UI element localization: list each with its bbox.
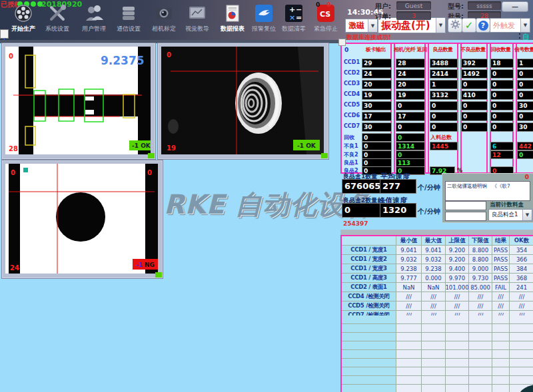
- cell-result: PASS: [492, 255, 510, 264]
- cell-ok-count: 354: [510, 246, 533, 255]
- cell-signal-count: 1: [517, 59, 533, 68]
- monitor-icon: [187, 3, 207, 23]
- svg-text:×: ×: [289, 13, 295, 22]
- speed-unit: 个/分钟: [418, 207, 440, 216]
- start-production-button[interactable]: 开始生产: [5, 3, 41, 33]
- measurement-row: CCD1 / 高度3 9.777 0.000 9.970 9.730 PASS …: [342, 274, 533, 283]
- header-cell: 结果: [492, 236, 510, 246]
- cell-board-output: 30: [362, 122, 392, 132]
- table-corner-value: 0: [344, 47, 348, 53]
- cell-upper: 9.400: [446, 264, 469, 274]
- table-row: CCD6 17 17 0 0 0 0: [342, 112, 533, 122]
- column-header: 信号数量: [514, 46, 533, 53]
- camera-count-bottom: 19: [167, 144, 176, 152]
- vision-teach-button[interactable]: 视觉教导: [179, 3, 215, 33]
- panel-zero: 0: [525, 174, 529, 180]
- row-label: CCD1 / 宽度2: [342, 255, 396, 264]
- box2-count-value: 0: [342, 203, 380, 218]
- report-icon: [223, 3, 243, 23]
- peak-speed-value: 1320: [380, 203, 416, 218]
- svg-text:=: =: [296, 13, 302, 22]
- chevron-down-icon[interactable]: ▼: [436, 18, 445, 33]
- teal-marker: [23, 168, 28, 172]
- cell-result: PASS: [492, 264, 510, 274]
- table-row: CCD7 30 0 0 0 0 30: [342, 122, 533, 133]
- chevron-down-icon[interactable]: ▼: [520, 19, 530, 32]
- cell-good-count: 2414: [430, 69, 458, 79]
- row-label: CCD1 / 宽度1: [342, 246, 396, 255]
- cell-ng-count: 410: [461, 91, 488, 100]
- help-icon: ?: [478, 21, 488, 31]
- check-icon: ✓: [465, 19, 474, 31]
- measurement-row: CCD2 / 表面1 NaN NaN 101.000 85.000 FAIL 2…: [342, 283, 533, 292]
- cell-ng-count: 0: [461, 80, 488, 89]
- settings-gear-button[interactable]: [448, 18, 462, 33]
- camera-2-image: 0 19 -1 OK: [161, 47, 324, 154]
- resize-grip[interactable]: [155, 272, 162, 278]
- total-count-red: 254397: [343, 220, 368, 227]
- toolbar-item-label: 开始生产: [5, 25, 41, 33]
- column-header: 良品数量: [428, 46, 458, 53]
- cell-good-count: 0: [430, 101, 458, 110]
- row-label: CCD4: [344, 91, 361, 97]
- cell-upper: 9.200: [446, 255, 469, 264]
- cell-camera-return: 0: [396, 101, 425, 110]
- data-clear-button[interactable]: +−×= 数据清零: [276, 3, 312, 33]
- table-corner-checkbox[interactable]: [338, 39, 346, 46]
- measurement-row: CCD1 / 宽度2 9.032 9.032 9.200 8.800 PASS …: [342, 255, 533, 264]
- camera-calibration-button[interactable]: 相机标定: [146, 3, 182, 33]
- cell-lower: 9.000: [469, 264, 492, 274]
- system-settings-button[interactable]: 系统设置: [39, 3, 75, 33]
- camera-count-top: 0: [167, 51, 171, 59]
- trigger-dropdown[interactable]: 外触发 ▼: [490, 18, 530, 33]
- empty-grid-rows: [342, 315, 533, 392]
- message-box[interactable]: 二歌储骤返糖明锕 《《歌7: [445, 181, 530, 201]
- help-button[interactable]: ?: [476, 18, 490, 33]
- cell-ng-count: 0: [461, 101, 488, 110]
- resize-grip[interactable]: [321, 153, 328, 158]
- cell-max: 9.238: [422, 264, 446, 274]
- toolbar-item-label: 紧急停止: [308, 25, 344, 33]
- cell-lower: 8.800: [469, 246, 492, 255]
- row-label: CCD7: [344, 123, 361, 129]
- cell-min: NaN: [396, 283, 422, 292]
- cell-min: 9.238: [396, 264, 422, 274]
- measurement-row: CCD5 /检测关闭 /// /// /// /// /// ///: [342, 301, 533, 311]
- header-cell-empty: [342, 236, 396, 246]
- cell-max: ///: [422, 301, 446, 311]
- user-value: Guest: [396, 1, 431, 10]
- input-field-2[interactable]: [445, 212, 486, 221]
- cell-camera-return: 28: [396, 59, 425, 68]
- table-row: CCD3 20 20 1 0 0 0: [342, 80, 533, 91]
- cell-result: PASS: [492, 274, 510, 283]
- counter-box-panel: 0 二歌储骤返糖明锕 《《歌7 当前计数料盒 良品料盒1 ▼: [442, 173, 533, 223]
- user-management-button[interactable]: 用户管理: [76, 3, 112, 33]
- excite-dropdown[interactable]: 激磁 ▼: [345, 19, 378, 33]
- resize-grip[interactable]: [148, 153, 155, 158]
- feed-total-value: 1445: [430, 142, 458, 150]
- table-row-ng1: 不良1 0 1314 1445 6 442: [342, 142, 533, 150]
- camera-count-bottom: 24: [10, 264, 19, 272]
- svg-text:CS: CS: [320, 10, 330, 19]
- confirm-button[interactable]: ✓: [462, 18, 476, 33]
- current-box-dropdown[interactable]: 良品料盒1 ▼: [488, 209, 532, 221]
- cell-board-output: 17: [362, 112, 392, 121]
- comm-settings-button[interactable]: 通信设置: [111, 3, 147, 33]
- order-value: 3: [396, 11, 431, 20]
- cell-recycle-count: 0: [490, 112, 514, 121]
- row-label: CCD5 /检测关闭: [342, 301, 396, 311]
- cell-recycle-count: 0: [490, 101, 514, 110]
- minimize-button[interactable]: —: [502, 1, 528, 12]
- cell: 1314: [396, 142, 425, 150]
- table-row: CCD5 30 0 0 0 0 30: [342, 101, 533, 112]
- cell-signal-count: 0: [517, 91, 533, 100]
- data-report-button[interactable]: 数据报表: [215, 3, 251, 33]
- row-label: CCD5: [344, 102, 361, 108]
- cell-max: 0.000: [422, 274, 446, 283]
- input-field-1[interactable]: [445, 201, 486, 210]
- measurement-row: CCD1 / 宽度3 9.238 9.238 9.400 9.000 PASS …: [342, 264, 533, 274]
- cell-recycle-count: 0: [490, 91, 514, 100]
- chevron-down-icon[interactable]: ▼: [522, 210, 532, 220]
- users-icon: [84, 3, 104, 23]
- cell-good-count: 1: [430, 80, 458, 89]
